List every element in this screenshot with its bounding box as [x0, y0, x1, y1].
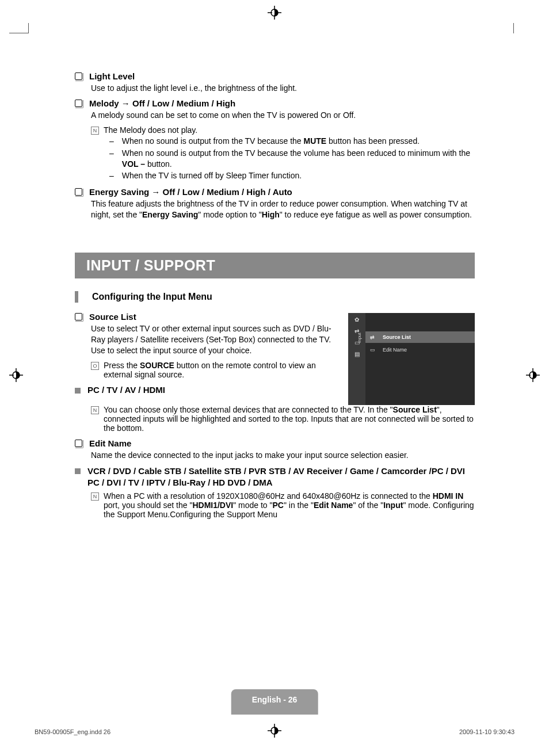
heading-energy: Energy Saving → Off / Low / Medium / Hig…	[89, 187, 292, 197]
osd-sidebar: ✿ Input ⇄ ▭ ▤	[348, 313, 365, 405]
square-bullet-icon	[75, 100, 82, 107]
dash-bullet-icon: –	[109, 170, 114, 181]
osd-row: ▭ Edit Name	[365, 344, 475, 356]
section-banner: INPUT / SUPPORT	[75, 253, 475, 278]
square-bullet-icon	[75, 440, 82, 447]
gear-icon: ✿	[353, 316, 361, 324]
page-footer: English - 26	[231, 689, 318, 715]
card-icon: ▭	[370, 347, 378, 353]
list-icon: ▤	[353, 351, 361, 359]
note-text: When a PC with a resolution of 1920X1080…	[104, 491, 475, 519]
dash-text: When the TV is turned off by Sleep Timer…	[122, 170, 302, 181]
heading-source-list: Source List	[89, 312, 136, 322]
square-bullet-icon	[75, 72, 82, 80]
footer-filename: BN59-00905F_eng.indd 26	[35, 728, 110, 735]
solid-bullet-icon	[75, 468, 81, 474]
registration-mark-icon	[268, 6, 281, 20]
note-text: You can choose only those external devic…	[104, 405, 475, 433]
osd-row-label: Edit Name	[383, 347, 407, 353]
dash-text: When no sound is output from the TV beca…	[122, 136, 420, 147]
osd-row-selected: ⇄ Source List	[365, 331, 475, 343]
note-icon: N	[91, 127, 99, 135]
square-bullet-icon	[75, 188, 82, 196]
body-text: Use to adjust the light level i.e., the …	[91, 83, 475, 94]
footer-timestamp: 2009-11-10 9:30:43	[459, 728, 514, 735]
heading-edit-name: Edit Name	[89, 438, 131, 448]
dash-bullet-icon: –	[109, 136, 114, 147]
crop-mark	[9, 23, 29, 33]
heading-melody: Melody → Off / Low / Medium / High	[89, 98, 235, 108]
solid-bullet-icon	[75, 388, 81, 394]
heading-vcr: VCR / DVD / Cable STB / Satellite STB / …	[87, 465, 475, 489]
registration-mark-icon	[268, 724, 281, 738]
note-text: Press the SOURCE button on the remote co…	[104, 361, 339, 379]
osd-row-label: Source List	[383, 334, 411, 340]
subsection-title: Configuring the Input Menu	[92, 292, 212, 302]
osd-tab-label: Input	[357, 333, 362, 343]
square-bullet-icon	[75, 313, 82, 320]
dash-bullet-icon: –	[109, 148, 114, 159]
body-text: Use to select TV or other external input…	[91, 323, 339, 356]
registration-mark-icon	[9, 368, 23, 382]
heading-light-level: Light Level	[89, 71, 135, 81]
plug-icon: ⇄	[370, 334, 378, 340]
body-text: This feature adjusts the brightness of t…	[91, 198, 475, 220]
subsection-bar-icon	[75, 291, 78, 303]
registration-mark-icon	[526, 368, 540, 382]
body-text: A melody sound can be set to come on whe…	[91, 110, 475, 121]
osd-screenshot: ✿ Input ⇄ ▭ ▤ ⇄ Source List ▭ Edit Name	[348, 313, 475, 405]
note-icon: N	[91, 406, 99, 414]
dash-text: When no sound is output from the TV beca…	[122, 148, 475, 170]
note-icon: N	[91, 492, 99, 501]
remote-icon: O	[91, 362, 99, 370]
heading-pc-tv: PC / TV / AV / HDMI	[87, 385, 165, 395]
note-text: The Melody does not play.	[104, 125, 197, 135]
body-text: Name the device connected to the input j…	[91, 450, 475, 461]
crop-mark	[513, 23, 514, 33]
page-content: Light Level Use to adjust the light leve…	[75, 71, 475, 520]
